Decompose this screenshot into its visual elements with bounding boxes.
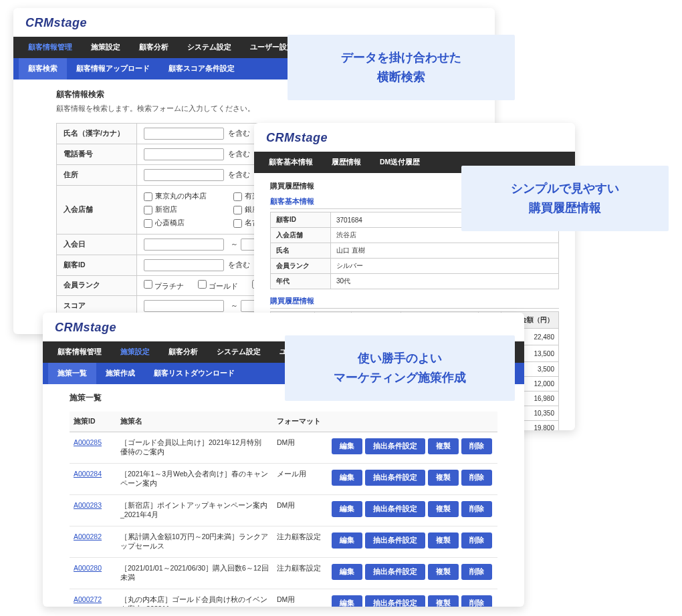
edit-button[interactable]: 編集 xyxy=(332,438,362,454)
label-shop: 入会店舗 xyxy=(57,186,137,235)
callout-history: シンプルで見やすい 購買履歴情報 xyxy=(461,166,669,231)
callout-campaign: 使い勝手のよい マーケティング施策作成 xyxy=(285,335,515,401)
shop-check[interactable] xyxy=(233,206,242,214)
label-rank: 会員ランク xyxy=(57,275,137,295)
table-row: A000272［丸の内本店］ゴールド会員向け秋のイベント案内_202011DM用… xyxy=(70,589,497,607)
edit-button[interactable]: 編集 xyxy=(332,564,362,580)
duplicate-button[interactable]: 複製 xyxy=(428,470,459,486)
conditions-button[interactable]: 抽出条件設定 xyxy=(365,470,425,486)
shop-check[interactable] xyxy=(144,206,152,214)
score-from[interactable] xyxy=(144,300,224,312)
logo: CRMstage xyxy=(254,123,575,152)
page-desc: 顧客情報を検索します。検索フォームに入力してください。 xyxy=(13,104,495,120)
subnav-score[interactable]: 顧客スコア条件設定 xyxy=(159,58,244,80)
subnav-search[interactable]: 顧客検索 xyxy=(19,58,67,80)
table-row: A000282［累計購入金額10万円～20円未満］ランクアップセールス注力顧客設… xyxy=(70,526,497,558)
edit-button[interactable]: 編集 xyxy=(332,532,362,549)
shop-check[interactable] xyxy=(144,192,152,201)
campaign-format: DM用 xyxy=(273,589,326,607)
table-row: A000285［ゴールド会員以上向け］2021年12月特別優待のご案内DM用編集… xyxy=(70,432,497,464)
campaign-format: メール用 xyxy=(273,464,326,495)
nav-system[interactable]: システム設定 xyxy=(178,37,241,58)
campaign-id-link[interactable]: A000282 xyxy=(74,532,102,541)
rank-check[interactable] xyxy=(144,280,152,289)
duplicate-button[interactable]: 複製 xyxy=(428,564,459,580)
campaign-format: 注力顧客設定 xyxy=(273,558,326,589)
campaign-name: ［ゴールド会員以上向け］2021年12月特別優待のご案内 xyxy=(116,432,273,464)
campaign-format: 注力顧客設定 xyxy=(273,526,326,558)
campaign-format: DM用 xyxy=(273,495,326,526)
label-joindate: 入会日 xyxy=(57,234,137,255)
nav-analysis[interactable]: 顧客分析 xyxy=(130,37,178,58)
campaign-id-link[interactable]: A000280 xyxy=(74,564,102,572)
campaign-name: ［2021年1～3月Web入会者向け］春のキャンペーン案内 xyxy=(116,464,273,495)
nav-system[interactable]: システム設定 xyxy=(207,341,270,363)
duplicate-button[interactable]: 複製 xyxy=(428,438,459,454)
table-row: A000280［2021/01/01～2021/06/30］購入回数6～12回未… xyxy=(70,558,497,589)
delete-button[interactable]: 削除 xyxy=(461,595,492,607)
campaign-name: ［丸の内本店］ゴールド会員向け秋のイベント案内_202011 xyxy=(116,589,273,607)
logo: CRMstage xyxy=(13,8,495,37)
delete-button[interactable]: 削除 xyxy=(461,532,492,549)
label-name: 氏名（漢字/カナ） xyxy=(57,124,137,144)
campaign-id-link[interactable]: A000284 xyxy=(74,470,102,478)
campaign-name: ［2021/01/01～2021/06/30］購入回数6～12回未満 xyxy=(116,558,273,589)
cid-input[interactable] xyxy=(144,259,224,271)
section-history: 購買履歴情報 xyxy=(270,296,559,309)
campaign-id-link[interactable]: A000285 xyxy=(74,438,102,446)
rank-check[interactable] xyxy=(198,280,207,289)
delete-button[interactable]: 削除 xyxy=(461,564,492,580)
nav-campaign[interactable]: 施策設定 xyxy=(111,341,159,363)
edit-button[interactable]: 編集 xyxy=(332,470,362,486)
nav-basic[interactable]: 顧客基本情報 xyxy=(259,152,322,173)
joindate-from[interactable] xyxy=(144,239,224,251)
shop-check[interactable] xyxy=(233,219,242,228)
table-row: A000284［2021年1～3月Web入会者向け］春のキャンペーン案内メール用… xyxy=(70,464,497,495)
tel-input[interactable] xyxy=(144,148,224,160)
duplicate-button[interactable]: 複製 xyxy=(428,595,459,607)
table-row: A000283［新宿店］ポイントアップキャンペーン案内_2021年4月DM用編集… xyxy=(70,495,497,526)
duplicate-button[interactable]: 複製 xyxy=(428,532,459,549)
campaign-name: ［新宿店］ポイントアップキャンペーン案内_2021年4月 xyxy=(116,495,273,526)
addr-input[interactable] xyxy=(144,169,224,181)
campaign-id-link[interactable]: A000272 xyxy=(74,595,102,603)
conditions-button[interactable]: 抽出条件設定 xyxy=(365,438,425,454)
nav-dm[interactable]: DM送付履歴 xyxy=(370,152,429,173)
nav-customer-info[interactable]: 顧客情報管理 xyxy=(48,341,111,363)
edit-button[interactable]: 編集 xyxy=(332,595,362,607)
nav-analysis[interactable]: 顧客分析 xyxy=(159,341,207,363)
campaign-format: DM用 xyxy=(273,432,326,464)
conditions-button[interactable]: 抽出条件設定 xyxy=(365,564,425,580)
subnav-create[interactable]: 施策作成 xyxy=(96,363,144,384)
duplicate-button[interactable]: 複製 xyxy=(428,501,459,517)
shop-check[interactable] xyxy=(233,192,242,201)
contains-text: を含む xyxy=(228,129,250,137)
callout-search: データを掛け合わせた 横断検索 xyxy=(288,35,515,100)
label-tel: 電話番号 xyxy=(57,144,137,165)
label-addr: 住所 xyxy=(57,165,137,186)
conditions-button[interactable]: 抽出条件設定 xyxy=(365,532,425,549)
campaign-id-link[interactable]: A000283 xyxy=(74,501,102,509)
delete-button[interactable]: 削除 xyxy=(461,438,492,454)
conditions-button[interactable]: 抽出条件設定 xyxy=(365,595,425,607)
nav-campaign[interactable]: 施策設定 xyxy=(82,37,130,58)
nav-customer-info[interactable]: 顧客情報管理 xyxy=(19,37,82,58)
name-input[interactable] xyxy=(144,128,224,140)
conditions-button[interactable]: 抽出条件設定 xyxy=(365,501,425,517)
delete-button[interactable]: 削除 xyxy=(461,501,492,517)
shop-check[interactable] xyxy=(144,219,152,228)
subnav-list[interactable]: 施策一覧 xyxy=(48,363,96,384)
campaign-table: 施策ID 施策名 フォーマット A000285［ゴールド会員以上向け］2021年… xyxy=(70,412,497,607)
label-cid: 顧客ID xyxy=(57,255,137,275)
subnav-download[interactable]: 顧客リストダウンロード xyxy=(144,363,244,384)
delete-button[interactable]: 削除 xyxy=(461,470,492,486)
edit-button[interactable]: 編集 xyxy=(332,501,362,517)
campaign-name: ［累計購入金額10万円～20円未満］ランクアップセールス xyxy=(116,526,273,558)
subnav-upload[interactable]: 顧客情報アップロード xyxy=(67,58,159,80)
nav-history[interactable]: 履歴情報 xyxy=(322,152,370,173)
